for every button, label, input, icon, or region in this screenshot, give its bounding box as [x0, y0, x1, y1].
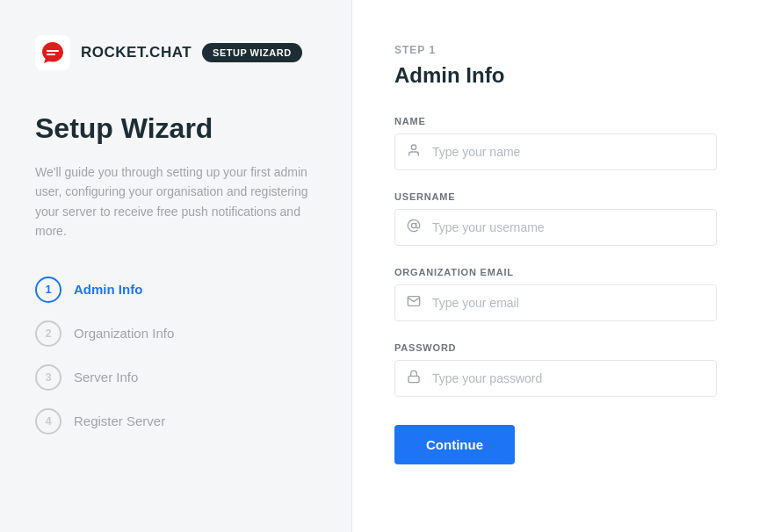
continue-button[interactable]: Continue [394, 425, 515, 464]
step-label-4: Register Server [74, 413, 165, 428]
password-field-group: PASSWORD [394, 342, 717, 397]
name-field-group: NAME [394, 116, 717, 170]
step-item-2[interactable]: 2 Organization Info [35, 320, 316, 347]
username-input-wrapper [394, 209, 717, 246]
step-circle-4: 4 [35, 408, 61, 435]
page-description: We'll guide you through setting up your … [35, 162, 316, 241]
logo-area: ROCKET.CHAT SETUP WIZARD [35, 35, 316, 70]
step-circle-2: 2 [35, 320, 61, 347]
name-input-wrapper [394, 133, 717, 170]
step-indicator: STEP 1 [394, 44, 717, 56]
step-item-1[interactable]: 1 Admin Info [35, 277, 316, 303]
step-label-1: Admin Info [74, 282, 142, 297]
step-label-3: Server Info [74, 370, 138, 385]
step-item-3[interactable]: 3 Server Info [35, 364, 316, 391]
step-circle-1: 1 [35, 277, 61, 303]
steps-list: 1 Admin Info 2 Organization Info 3 Serve… [35, 277, 316, 435]
email-input-wrapper [394, 284, 717, 321]
rocket-chat-logo-icon [35, 35, 70, 70]
name-label: NAME [394, 116, 717, 126]
email-label: ORGANIZATION EMAIL [394, 267, 717, 277]
page-title: Setup Wizard [35, 112, 316, 145]
step-item-4[interactable]: 4 Register Server [35, 408, 316, 435]
email-input[interactable] [394, 284, 717, 321]
username-field-group: USERNAME [394, 191, 717, 246]
name-input[interactable] [394, 133, 717, 170]
step-circle-3: 3 [35, 364, 61, 391]
password-label: PASSWORD [394, 342, 717, 353]
username-input[interactable] [394, 209, 717, 246]
username-label: USERNAME [394, 191, 717, 202]
password-input[interactable] [394, 360, 717, 397]
right-panel: STEP 1 Admin Info NAME USERNAME [351, 0, 759, 532]
password-input-wrapper [394, 360, 717, 397]
step-label-2: Organization Info [74, 326, 174, 341]
form-title: Admin Info [394, 63, 717, 88]
logo-text: ROCKET.CHAT [81, 44, 192, 61]
left-panel: ROCKET.CHAT SETUP WIZARD Setup Wizard We… [0, 0, 351, 532]
setup-wizard-badge: SETUP WIZARD [202, 43, 302, 62]
email-field-group: ORGANIZATION EMAIL [394, 267, 717, 321]
